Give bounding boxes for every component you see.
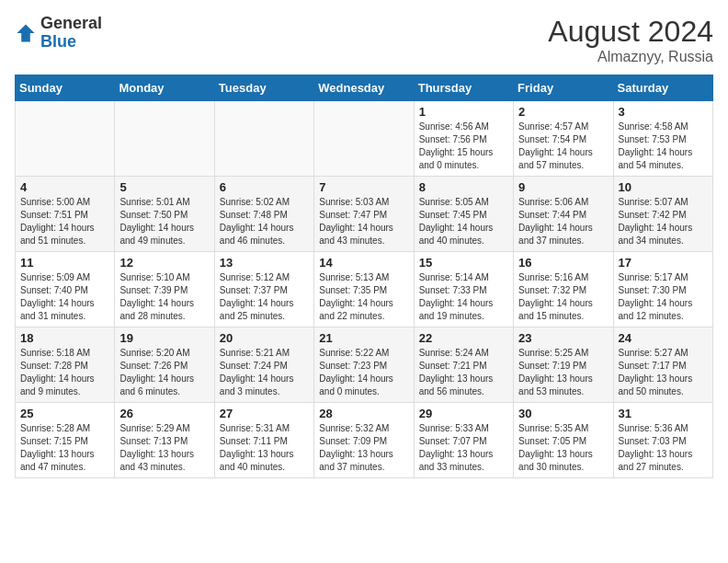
calendar-cell: 4Sunrise: 5:00 AM Sunset: 7:51 PM Daylig…: [16, 177, 115, 252]
calendar-cell: 2Sunrise: 4:57 AM Sunset: 7:54 PM Daylig…: [514, 101, 613, 177]
calendar-cell: 26Sunrise: 5:29 AM Sunset: 7:13 PM Dayli…: [115, 403, 214, 478]
logo-icon: [15, 22, 37, 44]
cell-content: Sunrise: 5:17 AM Sunset: 7:30 PM Dayligh…: [619, 271, 708, 323]
day-number: 2: [518, 105, 608, 119]
day-number: 31: [619, 407, 708, 420]
cell-content: Sunrise: 5:20 AM Sunset: 7:26 PM Dayligh…: [119, 347, 209, 398]
day-number: 19: [119, 331, 209, 345]
calendar-cell: 12Sunrise: 5:10 AM Sunset: 7:39 PM Dayli…: [115, 252, 214, 327]
day-number: 1: [419, 105, 508, 119]
location: Almaznyy, Russia: [548, 49, 713, 65]
calendar-cell: 7Sunrise: 5:03 AM Sunset: 7:47 PM Daylig…: [314, 177, 414, 252]
cell-content: Sunrise: 5:10 AM Sunset: 7:39 PM Dayligh…: [119, 271, 209, 323]
day-number: 13: [220, 256, 309, 270]
day-number: 16: [518, 256, 608, 270]
page-header: General Blue August 2024 Almaznyy, Russi…: [15, 15, 713, 65]
calendar-cell: 11Sunrise: 5:09 AM Sunset: 7:40 PM Dayli…: [16, 252, 115, 327]
calendar-cell: 10Sunrise: 5:07 AM Sunset: 7:42 PM Dayli…: [613, 177, 712, 252]
cell-content: Sunrise: 5:25 AM Sunset: 7:19 PM Dayligh…: [518, 347, 608, 398]
cell-content: Sunrise: 5:28 AM Sunset: 7:15 PM Dayligh…: [20, 422, 109, 474]
cell-content: Sunrise: 5:24 AM Sunset: 7:21 PM Dayligh…: [419, 347, 508, 398]
col-header-sunday: Sunday: [16, 75, 115, 101]
calendar-cell: 16Sunrise: 5:16 AM Sunset: 7:32 PM Dayli…: [514, 252, 613, 327]
svg-marker-0: [17, 24, 34, 41]
col-header-friday: Friday: [514, 75, 613, 101]
cell-content: Sunrise: 5:29 AM Sunset: 7:13 PM Dayligh…: [119, 422, 209, 474]
logo-text: General Blue: [40, 15, 102, 52]
calendar-cell: 21Sunrise: 5:22 AM Sunset: 7:23 PM Dayli…: [314, 327, 414, 403]
logo: General Blue: [15, 15, 102, 52]
calendar-cell: 5Sunrise: 5:01 AM Sunset: 7:50 PM Daylig…: [115, 177, 214, 252]
calendar-cell: 27Sunrise: 5:31 AM Sunset: 7:11 PM Dayli…: [214, 403, 313, 478]
day-number: 20: [220, 331, 309, 345]
cell-content: Sunrise: 4:56 AM Sunset: 7:56 PM Dayligh…: [419, 121, 508, 172]
calendar-cell: 6Sunrise: 5:02 AM Sunset: 7:48 PM Daylig…: [214, 177, 313, 252]
cell-content: Sunrise: 5:21 AM Sunset: 7:24 PM Dayligh…: [220, 347, 309, 398]
cell-content: Sunrise: 5:16 AM Sunset: 7:32 PM Dayligh…: [518, 271, 608, 323]
col-header-monday: Monday: [115, 75, 214, 101]
calendar-cell: 14Sunrise: 5:13 AM Sunset: 7:35 PM Dayli…: [314, 252, 414, 327]
cell-content: Sunrise: 5:03 AM Sunset: 7:47 PM Dayligh…: [319, 196, 408, 247]
day-number: 27: [220, 407, 309, 420]
calendar-cell: 18Sunrise: 5:18 AM Sunset: 7:28 PM Dayli…: [16, 327, 115, 403]
title-block: August 2024 Almaznyy, Russia: [548, 15, 713, 65]
calendar-week-2: 4Sunrise: 5:00 AM Sunset: 7:51 PM Daylig…: [16, 177, 713, 252]
day-number: 7: [319, 180, 408, 194]
day-number: 15: [419, 256, 508, 270]
day-number: 21: [319, 331, 408, 345]
month-year: August 2024: [548, 15, 713, 49]
day-number: 6: [220, 180, 309, 194]
col-header-thursday: Thursday: [414, 75, 513, 101]
calendar-cell: 9Sunrise: 5:06 AM Sunset: 7:44 PM Daylig…: [514, 177, 613, 252]
calendar-cell: 17Sunrise: 5:17 AM Sunset: 7:30 PM Dayli…: [613, 252, 712, 327]
calendar-cell: 31Sunrise: 5:36 AM Sunset: 7:03 PM Dayli…: [613, 403, 712, 478]
day-number: 24: [619, 331, 708, 345]
day-number: 18: [20, 331, 109, 345]
cell-content: Sunrise: 5:07 AM Sunset: 7:42 PM Dayligh…: [619, 196, 708, 247]
col-header-saturday: Saturday: [613, 75, 712, 101]
calendar-week-5: 25Sunrise: 5:28 AM Sunset: 7:15 PM Dayli…: [16, 403, 713, 478]
day-number: 29: [419, 407, 508, 420]
calendar-cell: 20Sunrise: 5:21 AM Sunset: 7:24 PM Dayli…: [214, 327, 313, 403]
cell-content: Sunrise: 5:06 AM Sunset: 7:44 PM Dayligh…: [518, 196, 608, 247]
day-number: 8: [419, 180, 508, 194]
day-number: 11: [20, 256, 109, 270]
calendar-cell: 29Sunrise: 5:33 AM Sunset: 7:07 PM Dayli…: [414, 403, 513, 478]
calendar-cell: [115, 101, 214, 177]
day-number: 22: [419, 331, 508, 345]
cell-content: Sunrise: 5:27 AM Sunset: 7:17 PM Dayligh…: [619, 347, 708, 398]
calendar-cell: 22Sunrise: 5:24 AM Sunset: 7:21 PM Dayli…: [414, 327, 513, 403]
day-number: 30: [518, 407, 608, 420]
cell-content: Sunrise: 5:36 AM Sunset: 7:03 PM Dayligh…: [619, 422, 708, 474]
cell-content: Sunrise: 5:05 AM Sunset: 7:45 PM Dayligh…: [419, 196, 508, 247]
calendar-cell: 19Sunrise: 5:20 AM Sunset: 7:26 PM Dayli…: [115, 327, 214, 403]
cell-content: Sunrise: 5:12 AM Sunset: 7:37 PM Dayligh…: [220, 271, 309, 323]
calendar-cell: 1Sunrise: 4:56 AM Sunset: 7:56 PM Daylig…: [414, 101, 513, 177]
calendar-cell: 3Sunrise: 4:58 AM Sunset: 7:53 PM Daylig…: [613, 101, 712, 177]
cell-content: Sunrise: 4:58 AM Sunset: 7:53 PM Dayligh…: [619, 121, 708, 172]
col-header-wednesday: Wednesday: [314, 75, 414, 101]
day-number: 3: [619, 105, 708, 119]
cell-content: Sunrise: 5:18 AM Sunset: 7:28 PM Dayligh…: [20, 347, 109, 398]
day-number: 9: [518, 180, 608, 194]
logo-general: General: [40, 15, 102, 33]
cell-content: Sunrise: 5:01 AM Sunset: 7:50 PM Dayligh…: [119, 196, 209, 247]
calendar-cell: 13Sunrise: 5:12 AM Sunset: 7:37 PM Dayli…: [214, 252, 313, 327]
calendar-cell: 24Sunrise: 5:27 AM Sunset: 7:17 PM Dayli…: [613, 327, 712, 403]
calendar-cell: 23Sunrise: 5:25 AM Sunset: 7:19 PM Dayli…: [514, 327, 613, 403]
day-number: 14: [319, 256, 408, 270]
cell-content: Sunrise: 5:00 AM Sunset: 7:51 PM Dayligh…: [20, 196, 109, 247]
day-number: 12: [119, 256, 209, 270]
cell-content: Sunrise: 5:13 AM Sunset: 7:35 PM Dayligh…: [319, 271, 408, 323]
cell-content: Sunrise: 4:57 AM Sunset: 7:54 PM Dayligh…: [518, 121, 608, 172]
calendar-cell: [314, 101, 414, 177]
cell-content: Sunrise: 5:14 AM Sunset: 7:33 PM Dayligh…: [419, 271, 508, 323]
logo-blue: Blue: [40, 33, 102, 52]
day-number: 17: [619, 256, 708, 270]
cell-content: Sunrise: 5:22 AM Sunset: 7:23 PM Dayligh…: [319, 347, 408, 398]
cell-content: Sunrise: 5:32 AM Sunset: 7:09 PM Dayligh…: [319, 422, 408, 474]
day-number: 25: [20, 407, 109, 420]
calendar-week-3: 11Sunrise: 5:09 AM Sunset: 7:40 PM Dayli…: [16, 252, 713, 327]
day-number: 10: [619, 180, 708, 194]
calendar-cell: [214, 101, 313, 177]
